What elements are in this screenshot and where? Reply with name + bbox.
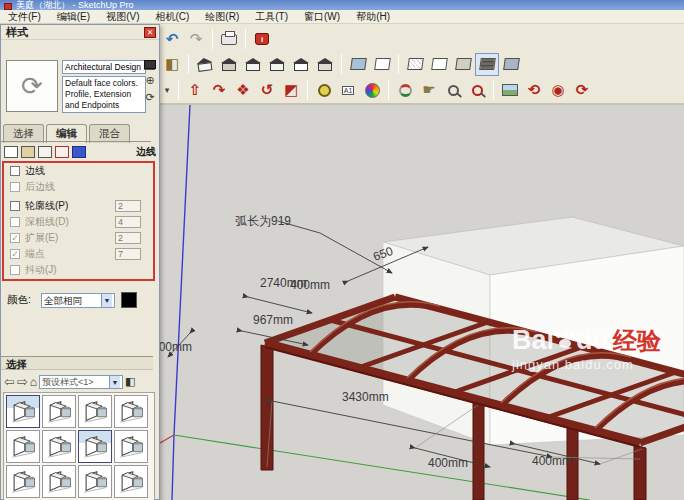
style-thumbnail[interactable] <box>42 430 76 463</box>
view-iso-icon[interactable] <box>193 53 217 76</box>
modeling-settings-icon[interactable] <box>72 146 86 158</box>
view-info-icon[interactable]: ◉ <box>546 79 570 102</box>
style-thumbnail[interactable] <box>78 395 112 428</box>
push-pull-icon[interactable]: ⇧ <box>183 79 207 102</box>
style-collection-select[interactable]: 预设样式<1> ▼ <box>39 375 123 389</box>
endpoints-checkbox[interactable]: ✓ <box>10 249 20 259</box>
toolbar-separator <box>178 80 179 100</box>
secondary-pane-icon[interactable] <box>144 60 156 69</box>
edge-setting-row: 后边线 <box>4 179 153 195</box>
menu-draw[interactable]: 绘图(R) <box>197 10 247 24</box>
jitter-checkbox[interactable] <box>10 265 20 275</box>
toolbar-separator <box>307 80 308 100</box>
view-top-icon[interactable] <box>217 53 241 76</box>
view-previous-icon[interactable]: ⟲ <box>522 79 546 102</box>
model-viewport[interactable]: 弧长为919 650 2740mm 400mm 967mm 400mm 3430… <box>160 105 684 500</box>
menu-help[interactable]: 帮助(H) <box>348 10 398 24</box>
tape-measure-icon[interactable] <box>312 79 336 102</box>
style-thumbnail[interactable] <box>6 395 40 428</box>
edge-setting-row: ✓ 扩展(E) 2 <box>4 230 153 246</box>
background-settings-icon[interactable] <box>38 146 52 158</box>
extension-value-input[interactable]: 2 <box>115 232 141 244</box>
face-shaded-icon[interactable] <box>451 53 475 76</box>
face-xray-icon[interactable] <box>346 53 370 76</box>
style-thumbnail[interactable] <box>6 465 40 498</box>
view-next-icon[interactable]: ⟳ <box>570 79 594 102</box>
back-arrow-icon[interactable]: ⇦ <box>4 374 15 389</box>
red-axis <box>160 435 174 443</box>
chevron-down-icon[interactable]: ▼ <box>101 294 112 307</box>
move-icon[interactable]: ❖ <box>231 79 255 102</box>
dimension-icon[interactable]: A1 <box>336 79 360 102</box>
follow-me-icon[interactable]: ↷ <box>207 79 231 102</box>
extension-checkbox[interactable]: ✓ <box>10 233 20 243</box>
image-icon[interactable] <box>498 79 522 102</box>
edge-color-swatch[interactable] <box>121 292 137 308</box>
view-right-icon[interactable] <box>265 53 289 76</box>
endpoints-value-input[interactable]: 7 <box>115 248 141 260</box>
face-hidden-line-icon[interactable] <box>427 53 451 76</box>
edge-settings-icon[interactable] <box>4 146 18 158</box>
face-back-edges-icon[interactable] <box>370 53 394 76</box>
profiles-checkbox[interactable] <box>10 201 20 211</box>
depth-cue-checkbox[interactable] <box>10 217 20 227</box>
orbit-icon[interactable] <box>393 79 417 102</box>
styles-panel-header[interactable]: 样式 ✕ <box>1 25 159 40</box>
style-name-input[interactable]: Architectural Design Style <box>62 60 146 74</box>
toolbar-options-icon[interactable]: ▾ <box>160 79 174 102</box>
style-thumbnail[interactable] <box>114 430 148 463</box>
style-thumbnail[interactable] <box>114 465 148 498</box>
paint-bucket-icon[interactable] <box>360 79 384 102</box>
edges-checkbox[interactable] <box>10 166 20 176</box>
view-front-icon[interactable] <box>241 53 265 76</box>
menu-view[interactable]: 视图(V) <box>98 10 147 24</box>
home-icon[interactable]: ⌂ <box>30 375 37 389</box>
style-nav-row: ⇦ ⇨ ⌂ 预设样式<1> ▼ ◧ <box>4 373 156 390</box>
menu-window[interactable]: 窗口(W) <box>296 10 348 24</box>
profiles-value-input[interactable]: 2 <box>115 200 141 212</box>
create-style-icon[interactable]: ⊕ <box>145 75 154 86</box>
watermark-settings-icon[interactable] <box>55 146 69 158</box>
depth-cue-checkbox-label: 深粗线(D) <box>25 215 69 229</box>
redo-icon[interactable]: ↷ <box>184 28 208 51</box>
style-thumbnail[interactable] <box>42 395 76 428</box>
style-thumbnail[interactable] <box>78 430 112 463</box>
scale-icon[interactable]: ◩ <box>279 79 303 102</box>
menu-edit[interactable]: 编辑(E) <box>49 10 98 24</box>
style-thumbnail[interactable] <box>114 395 148 428</box>
back-edges-checkbox[interactable] <box>10 182 20 192</box>
print-icon[interactable] <box>217 28 241 51</box>
face-wireframe-icon[interactable] <box>403 53 427 76</box>
model-canvas[interactable]: 弧长为919 650 2740mm 400mm 967mm 400mm 3430… <box>160 105 684 500</box>
close-icon[interactable]: ✕ <box>144 27 156 38</box>
face-monochrome-icon[interactable] <box>499 53 523 76</box>
model-info-icon[interactable]: i <box>250 28 274 51</box>
view-back-icon[interactable] <box>289 53 313 76</box>
toolbar-separator <box>398 54 399 74</box>
pan-icon[interactable]: ☛ <box>417 79 441 102</box>
toolbar-separator <box>388 80 389 100</box>
undo-icon[interactable]: ↶ <box>160 28 184 51</box>
face-shaded-textures-icon[interactable] <box>475 53 499 76</box>
depth-cue-value-input[interactable]: 4 <box>115 216 141 228</box>
zoom-extents-icon[interactable] <box>465 79 489 102</box>
details-icon[interactable]: ◧ <box>125 375 135 388</box>
chevron-down-icon[interactable]: ▼ <box>109 376 120 388</box>
style-thumbnail[interactable] <box>78 465 112 498</box>
window-titlebar[interactable]: 美庭（湖北） - SketchUp Pro <box>0 0 684 10</box>
menu-camera[interactable]: 相机(C) <box>147 10 197 24</box>
color-mode-select[interactable]: 全部相同 ▼ <box>41 293 115 308</box>
menu-file[interactable]: 文件(F) <box>0 10 49 24</box>
zoom-icon[interactable] <box>441 79 465 102</box>
style-description-input[interactable]: Default face colors. Profile, Extension … <box>62 76 146 113</box>
style-thumbnail[interactable] <box>42 465 76 498</box>
update-style-icon[interactable]: ⟳ <box>145 92 154 103</box>
view-left-icon[interactable] <box>313 53 337 76</box>
menu-tools[interactable]: 工具(T) <box>247 10 296 24</box>
style-thumbnail[interactable] <box>6 430 40 463</box>
rotate-icon[interactable]: ↺ <box>255 79 279 102</box>
forward-arrow-icon[interactable]: ⇨ <box>17 374 28 389</box>
paint-bucket-partial-icon[interactable]: ◧ <box>160 53 184 76</box>
style-preview-thumbnail[interactable]: ⟳ <box>6 60 58 112</box>
face-settings-icon[interactable] <box>21 146 35 158</box>
